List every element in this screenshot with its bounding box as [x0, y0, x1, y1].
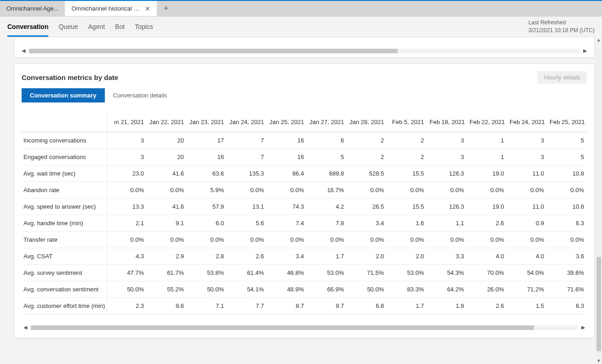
metric-value-cell: 54.3% — [427, 265, 467, 281]
metric-header-blank — [22, 114, 107, 132]
new-tab-button[interactable]: + — [157, 1, 175, 16]
metric-value-cell: 17 — [187, 132, 227, 149]
metric-value-cell: 0.0% — [467, 182, 507, 199]
window-tab[interactable]: Omnichannel Age... — [0, 1, 65, 16]
table-horizontal-scrollbar[interactable]: ◀ ▶ — [22, 324, 587, 330]
metric-value-cell: 5.6 — [227, 215, 267, 232]
inner-tab[interactable]: Conversation details — [105, 88, 176, 102]
metric-value-cell: 48.9% — [267, 281, 307, 298]
metric-value-cell: 23.0 — [107, 165, 147, 182]
metric-value-cell: 63.6 — [187, 165, 227, 182]
nav-tab-conversation[interactable]: Conversation — [7, 17, 48, 37]
metric-value-cell: 135.3 — [227, 165, 267, 182]
last-refreshed-label: Last Refreshed — [528, 19, 595, 27]
scrollbar-thumb[interactable] — [596, 257, 601, 351]
metric-value-cell: 7.8 — [307, 215, 347, 232]
metric-value-cell: 2.6 — [467, 298, 507, 314]
scroll-left-icon[interactable]: ◀ — [20, 48, 27, 54]
metric-value-cell: 9.7 — [307, 298, 347, 314]
scroll-up-icon[interactable]: ▲ — [597, 37, 601, 43]
nav-tab-topics[interactable]: Topics — [135, 17, 153, 37]
metric-value-cell: 5.9% — [187, 182, 227, 199]
metric-value-cell: 53.0% — [307, 265, 347, 281]
inner-tab[interactable]: Conversation summary — [22, 88, 105, 102]
metric-value-cell: 57.9 — [187, 199, 227, 215]
nav-tab-bot[interactable]: Bot — [115, 17, 125, 37]
metrics-inner-tabs: Conversation summaryConversation details — [22, 88, 587, 102]
metric-value-cell: 10.8 — [547, 199, 587, 215]
metric-value-cell: 13.3 — [107, 199, 147, 215]
window-tab-bar: Omnichannel Age...Omnichannel historical… — [0, 1, 602, 17]
metric-value-cell: 15.5 — [387, 165, 427, 182]
scroll-right-icon[interactable]: ▶ — [581, 48, 589, 54]
scrollbar-track[interactable] — [596, 43, 601, 358]
metric-value-cell: 0.0% — [547, 232, 587, 248]
vertical-scrollbar[interactable]: ▲ ▼ — [596, 37, 602, 364]
metric-value-cell: 1.1 — [427, 215, 467, 232]
metric-value-cell: 16 — [267, 132, 307, 149]
metric-value-cell: 528.5 — [347, 165, 387, 182]
metric-value-cell: 83.3% — [387, 281, 427, 298]
upper-horizontal-scrollbar[interactable]: ◀ ▶ — [20, 48, 589, 54]
metric-value-cell: 1.5 — [507, 298, 547, 314]
date-column-header: Feb 18, 2021 — [427, 114, 467, 132]
metric-value-cell: 1 — [467, 132, 507, 149]
last-refreshed: Last Refreshed 3/21/2021 10:18 PM (UTC) — [528, 19, 595, 34]
metric-value-cell: 20 — [147, 132, 187, 149]
metric-value-cell: 61.7% — [147, 265, 187, 281]
metric-value-cell: 20 — [147, 149, 187, 165]
table-row: Engaged conversations320167165223135 — [22, 149, 587, 165]
date-column-header: Feb 25, 2021 — [547, 114, 587, 132]
metric-value-cell: 7.7 — [227, 298, 267, 314]
scroll-down-icon[interactable]: ▼ — [597, 358, 601, 364]
metric-value-cell: 2 — [347, 132, 387, 149]
metric-value-cell: 5 — [307, 149, 347, 165]
scroll-right-icon[interactable]: ▶ — [579, 324, 587, 330]
metric-value-cell: 0.0% — [347, 232, 387, 248]
metric-value-cell: 54.1% — [227, 281, 267, 298]
hourly-details-button[interactable]: Hourly details — [538, 71, 587, 84]
metric-value-cell: 7.1 — [187, 298, 227, 314]
metric-value-cell: 0.0% — [227, 232, 267, 248]
metric-value-cell: 0.0% — [307, 232, 347, 248]
metric-value-cell: 0.0% — [107, 232, 147, 248]
metric-value-cell: 2.6 — [467, 215, 507, 232]
metric-value-cell: 126.3 — [427, 165, 467, 182]
card-title: Conversation metrics by date — [22, 74, 118, 81]
metric-value-cell: 3.6 — [547, 248, 587, 265]
scrollbar-thumb[interactable] — [29, 49, 398, 53]
scrollbar-thumb[interactable] — [31, 325, 534, 330]
metric-value-cell: 47.7% — [107, 265, 147, 281]
date-column-header: Jan 25, 2021 — [267, 114, 307, 132]
metric-value-cell: 74.3 — [267, 199, 307, 215]
metric-value-cell: 0.0% — [107, 182, 147, 199]
metric-value-cell: 9.1 — [147, 215, 187, 232]
metric-value-cell: 7.4 — [267, 215, 307, 232]
nav-tab-agent[interactable]: Agent — [88, 17, 105, 37]
metric-value-cell: 66.9% — [307, 281, 347, 298]
nav-tab-queue[interactable]: Queue — [58, 17, 78, 37]
metric-value-cell: 6.0 — [187, 215, 227, 232]
metric-value-cell: 50.0% — [187, 281, 227, 298]
metric-name-cell: Avg. conversation sentiment — [22, 281, 107, 298]
scroll-left-icon[interactable]: ◀ — [22, 324, 29, 330]
scrollbar-track[interactable] — [29, 49, 579, 53]
metric-value-cell: 0.0% — [427, 182, 467, 199]
metric-value-cell: 1.9 — [427, 298, 467, 314]
metric-value-cell: 0.0% — [147, 182, 187, 199]
close-icon[interactable]: ✕ — [145, 6, 150, 12]
window-tab[interactable]: Omnichannel historical an...✕ — [65, 1, 157, 16]
metric-value-cell: 3 — [507, 149, 547, 165]
metric-name-cell: Avg. wait time (sec) — [22, 165, 107, 182]
metric-value-cell: 0.0% — [147, 232, 187, 248]
report-nav-tabs: ConversationQueueAgentBotTopics — [7, 17, 153, 37]
metric-value-cell: 0.0% — [547, 182, 587, 199]
date-column-header: ın 21, 2021 — [107, 114, 147, 132]
metric-value-cell: 64.2% — [427, 281, 467, 298]
metric-value-cell: 0.9 — [507, 215, 547, 232]
metric-value-cell: 3.3 — [427, 248, 467, 265]
upper-summary-card: ◀ ▶ — [14, 37, 595, 58]
metric-value-cell: 2.1 — [107, 215, 147, 232]
scrollbar-track[interactable] — [31, 325, 578, 330]
metric-value-cell: 61.4% — [227, 265, 267, 281]
